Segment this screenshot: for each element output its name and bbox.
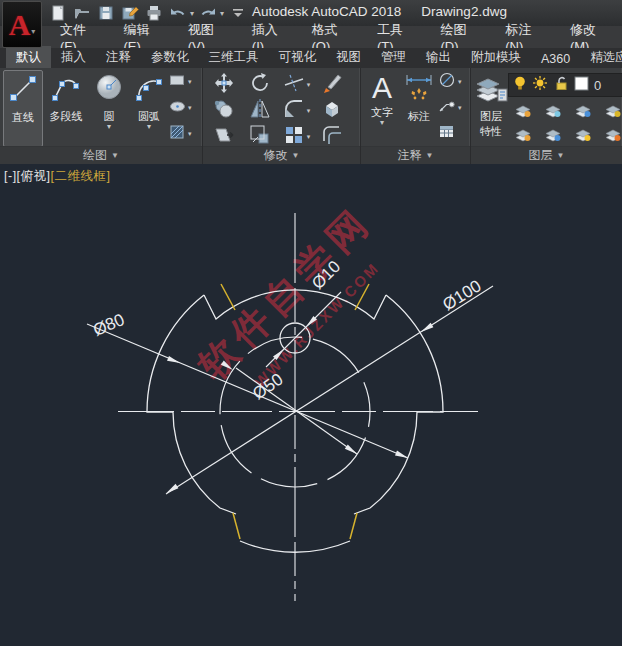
layer-unlock-button[interactable] [568,123,598,147]
copy-button[interactable] [206,98,242,124]
layer-thaw-button[interactable] [538,123,568,147]
ribbon-tab-精选应用[interactable]: 精选应用 [580,46,622,68]
viewport-visual-style[interactable]: [二维线框] [51,169,111,183]
ribbon: 直线 多段线 圆 ▾ 圆弧 ▾ ▾▾▾ 绘图 [0,68,622,165]
polyline-icon [51,73,81,107]
chevron-down-icon: ▼ [111,151,119,160]
drawing-svg: Ø100Ø80Ø50Ø10 [0,164,622,646]
dimension-label-d50: Ø50 [249,369,286,403]
table-icon [438,124,456,144]
chevron-down-icon: ▼ [426,151,434,160]
dimension-arrow-d100-1 [421,323,433,332]
panel-label-draw[interactable]: 绘图 ▼ [0,146,202,164]
ribbon-tab-参数化[interactable]: 参数化 [141,46,199,68]
ribbon-tab-输出[interactable]: 输出 [416,46,461,68]
draw-small-tools: ▾▾▾ [169,70,192,147]
explode-button[interactable] [314,98,350,124]
dimension-label-d100: Ø100 [439,276,484,314]
ribbon-tab-管理[interactable]: 管理 [371,46,416,68]
dimension-arrow-d100-2 [166,484,178,494]
ribbon-tab-视图[interactable]: 视图 [326,46,371,68]
chevron-down-icon[interactable]: ▾ [458,104,462,112]
polyline-button[interactable]: 多段线 [43,70,89,147]
chevron-down-icon[interactable]: ▾ [190,9,194,18]
viewport-view[interactable]: [俯视] [17,169,51,183]
table-button[interactable] [438,125,462,143]
chevron-down-icon[interactable]: ▾ [220,9,224,18]
mirror-button[interactable] [242,98,278,124]
ribbon-tab-插入[interactable]: 插入 [51,46,96,68]
layer-thaw-icon [544,125,562,146]
move-button[interactable] [206,72,242,98]
layer-isolate-button[interactable] [598,99,622,123]
trim-button[interactable]: ▾ [278,72,314,98]
viewport-controls[interactable]: [-] [4,169,17,183]
ribbon-tab-可视化[interactable]: 可视化 [269,46,327,68]
fillet-button[interactable]: ▾ [278,98,314,124]
panel-modify: ▾▾▾ 修改 ▼ [203,68,361,164]
hatch-icon [169,124,186,144]
chevron-down-icon[interactable]: ▾ [307,81,311,89]
ellipse-button[interactable]: ▾ [169,99,192,117]
layer-select[interactable]: 0 [508,73,622,97]
arc-button[interactable]: 圆弧 ▾ [129,70,169,147]
rectangle-button[interactable]: ▾ [169,73,192,91]
layer-unisolate-button[interactable] [598,123,622,147]
chevron-down-icon[interactable]: ▾ [188,104,192,112]
layer-freeze-button[interactable] [538,99,568,123]
layer-properties-button[interactable]: 图层 特性 [474,70,508,147]
diameter-dimension-icon [438,72,456,92]
layer-off-button[interactable] [508,99,538,123]
dimension-label-d10: Ø10 [308,257,344,293]
diameter-dimension-button[interactable]: ▾ [438,73,462,91]
current-layer-name: 0 [594,78,601,93]
ribbon-tab-注释[interactable]: 注释 [96,46,141,68]
fillet-icon [282,97,306,125]
notch-highlight-4 [350,513,357,539]
layer-off-icon [514,101,532,122]
chevron-down-icon: ▼ [292,151,300,160]
dimension-icon [403,73,435,107]
dimension-arrow-d50-1 [221,361,233,371]
ribbon-tab-三维工具[interactable]: 三维工具 [199,46,269,68]
dimension-line-d80 [87,324,408,458]
layer-on-button[interactable] [508,123,538,147]
application-menu-button[interactable]: A ▾ [2,1,42,48]
panel-label-modify[interactable]: 修改 ▼ [203,146,360,164]
match-properties-button[interactable] [314,72,350,98]
copy-icon [212,97,236,125]
chevron-down-icon[interactable]: ▾ [188,130,192,138]
text-button[interactable]: A 文字 ▾ [364,70,400,147]
chevron-down-icon[interactable]: ▾ [188,78,192,86]
line-button[interactable]: 直线 [3,70,43,147]
ribbon-tab-默认[interactable]: 默认 [6,46,51,68]
rotate-icon [248,71,272,99]
ribbon-tab-附加模块[interactable]: 附加模块 [461,46,531,68]
dimension-arrow-d80-2 [395,451,408,458]
hatch-button[interactable]: ▾ [169,125,192,143]
layer-properties-icon [474,73,508,107]
multileader-button[interactable]: ▾ [438,99,462,117]
layer-lock-button[interactable] [568,99,598,123]
circle-icon [94,73,124,107]
chevron-down-icon[interactable]: ▾ [458,78,462,86]
menu-bar: 文件(F)编辑(E)视图(V)插入(I)格式(O)工具(T)绘图(D)标注(N)… [0,26,622,48]
dimension-button[interactable]: 标注 [400,70,438,147]
dimension-label-d80: Ø80 [90,310,127,340]
chevron-down-icon[interactable]: ▾ [307,107,311,115]
viewport-label[interactable]: [-][俯视][二维线框] [4,168,111,185]
drawing-viewport[interactable]: 软件自学网 WWW.RJZXW.COM Ø100Ø80Ø50Ø10 [-][俯视… [0,164,622,646]
panel-label-layers[interactable]: 图层 ▼ [471,146,622,164]
explode-icon [320,97,344,125]
chevron-down-icon: ▾ [380,120,384,125]
panel-annotate: A 文字 ▾ 标注 ▾▾ 注释 ▼ [361,68,471,164]
panel-label-annotate[interactable]: 注释 ▼ [361,146,470,164]
ribbon-tab-A360[interactable]: A360 [531,49,580,68]
chevron-down-icon[interactable]: ▾ [307,133,311,141]
move-icon [212,71,236,99]
app-title: Autodesk AutoCAD 2018 [252,4,401,19]
layer-on-icon [514,125,532,146]
multileader-icon [438,98,456,118]
rotate-button[interactable] [242,72,278,98]
circle-button[interactable]: 圆 ▾ [89,70,129,147]
